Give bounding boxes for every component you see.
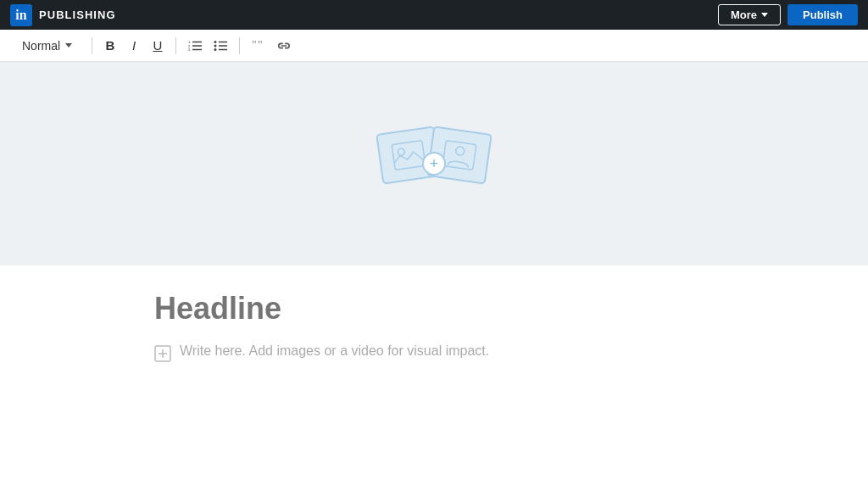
- svg-text:": ": [258, 40, 263, 52]
- svg-text:3.: 3.: [188, 47, 191, 52]
- format-select[interactable]: Normal: [17, 36, 85, 55]
- blockquote-button[interactable]: " ": [247, 35, 270, 57]
- toolbar-divider-2: [175, 37, 176, 54]
- toolbar-divider-3: [239, 37, 240, 54]
- top-nav: in PUBLISHING More Publish: [0, 0, 868, 30]
- bold-button[interactable]: B: [99, 35, 121, 57]
- linkedin-logo: in: [10, 4, 32, 26]
- editor-content: [137, 265, 731, 408]
- publish-button[interactable]: Publish: [787, 4, 858, 25]
- toolbar: Normal B I U 1. 2. 3.: [0, 30, 868, 62]
- svg-point-6: [214, 41, 217, 43]
- ordered-list-button[interactable]: 1. 2. 3.: [183, 35, 207, 57]
- svg-point-7: [214, 44, 217, 47]
- svg-text:": ": [252, 40, 257, 52]
- add-cover-plus-icon: +: [422, 152, 446, 176]
- list-group: 1. 2. 3.: [183, 35, 232, 57]
- add-media-icon: [154, 345, 171, 362]
- body-textarea[interactable]: [180, 343, 714, 374]
- nav-right: More Publish: [718, 4, 858, 25]
- cover-icon-group: +: [379, 121, 489, 206]
- unordered-list-button[interactable]: [209, 35, 232, 57]
- italic-button[interactable]: I: [123, 35, 145, 57]
- cover-image-area[interactable]: +: [0, 62, 868, 265]
- underline-button[interactable]: U: [147, 35, 169, 57]
- headline-input[interactable]: [154, 291, 714, 326]
- toolbar-divider-1: [92, 37, 92, 54]
- link-button[interactable]: [272, 35, 296, 57]
- body-area: [154, 343, 714, 374]
- insert-group: " ": [247, 35, 296, 57]
- format-chevron-icon: [65, 43, 72, 47]
- more-button[interactable]: More: [718, 4, 781, 25]
- nav-left: in PUBLISHING: [10, 4, 116, 26]
- text-format-group: B I U: [99, 35, 169, 57]
- svg-rect-15: [392, 141, 426, 170]
- svg-point-8: [214, 48, 217, 51]
- chevron-down-icon: [761, 13, 768, 17]
- publishing-label: PUBLISHING: [39, 8, 116, 21]
